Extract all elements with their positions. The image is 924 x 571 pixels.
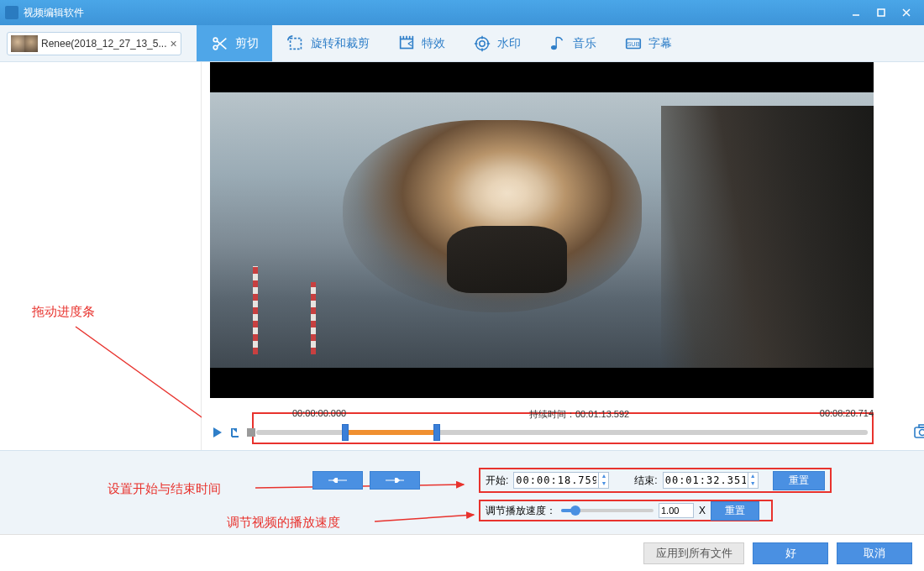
file-name: Renee(2018_12_27_13_5... [41,38,166,50]
timeline-duration: 持续时间：00:01:13.592 [529,408,629,421]
speed-slider-thumb[interactable] [570,506,580,516]
file-thumbnail [11,35,38,52]
spin-up-icon[interactable]: ▲ [748,473,758,480]
svg-rect-1 [878,9,885,16]
tab-label: 音乐 [573,36,596,51]
tab-label: 剪切 [235,36,259,51]
video-frame [210,92,874,368]
footer: 应用到所有文件 好 取消 [0,534,924,571]
svg-marker-26 [213,427,222,437]
annotation-drag: 拖动进度条 [32,304,95,320]
svg-line-36 [375,515,474,521]
svg-rect-41 [395,478,397,483]
tab-watermark[interactable]: 水印 [459,25,534,61]
set-end-button[interactable] [370,471,420,490]
set-start-button[interactable] [312,471,363,490]
speed-slider[interactable] [561,509,654,512]
spin-up-icon[interactable]: ▲ [598,473,608,480]
speed-row: 调节播放速度： X 重置 [479,500,773,521]
start-label: 开始: [486,474,508,488]
speed-label: 调节播放速度： [486,504,556,518]
svg-text:SUB: SUB [627,39,639,47]
svg-point-30 [920,430,925,436]
svg-marker-42 [397,478,400,483]
file-close-icon[interactable]: × [170,37,176,50]
tab-music[interactable]: 音乐 [534,25,610,61]
file-tab[interactable]: Renee(2018_12_27_13_5... × [7,32,181,55]
tab-rotate-crop[interactable]: 旋转和裁剪 [272,25,383,61]
tab-label: 旋转和裁剪 [311,36,370,51]
svg-point-16 [479,40,484,45]
svg-point-4 [213,38,218,42]
tab-effects[interactable]: 特效 [383,25,459,61]
spin-down-icon[interactable]: ▼ [748,480,758,488]
svg-rect-9 [400,39,412,48]
tool-tabs: 剪切 旋转和裁剪 特效 水印 音乐 SUB 字幕 [197,25,685,61]
svg-line-25 [76,327,210,423]
timeline-start-time: 00:00:00.000 [292,408,346,418]
app-icon [5,6,18,19]
toolbar: Renee(2018_12_27_13_5... × 剪切 旋转和裁剪 特效 水… [0,25,924,62]
tab-label: 字幕 [648,36,672,51]
svg-point-21 [551,45,556,49]
snapshot-button[interactable] [914,423,924,440]
play-button[interactable] [210,425,225,440]
svg-marker-39 [333,478,335,483]
music-icon [548,34,568,54]
tab-subtitle[interactable]: SUB 字幕 [610,25,685,61]
timeline-selection [342,430,433,435]
svg-rect-31 [919,425,924,427]
subtitle-icon: SUB [623,34,643,54]
start-end-row: 开始: ▲▼ 结束: ▲▼ 重置 [479,468,832,493]
tab-label: 特效 [422,36,445,51]
title-bar: 视频编辑软件 [0,0,924,25]
svg-point-15 [475,37,488,50]
minimize-button[interactable] [843,4,869,21]
maximize-button[interactable] [869,4,894,21]
ok-button[interactable]: 好 [753,542,828,564]
timeline-end-handle[interactable] [433,424,440,441]
sidebar: 拖动进度条 [0,62,202,487]
rotate-crop-icon [286,34,306,54]
end-time-field[interactable] [664,474,748,486]
content: 00:00:00.000 持续时间：00:01:13.592 00:08:20.… [202,62,924,487]
controls-panel: 设置开始与结束时间 调节视频的播放速度 开始: ▲▼ 结束: ▲▼ 重置 调节播… [0,450,924,534]
watermark-icon [472,34,492,54]
timeline-total-time: 00:08:20.714 [820,408,874,418]
end-label: 结束: [634,474,657,488]
reset-speed-button[interactable]: 重置 [711,501,759,521]
svg-rect-38 [335,478,338,483]
start-time-field[interactable] [514,474,598,486]
scissors-icon [210,34,230,54]
apply-all-button[interactable]: 应用到所有文件 [643,542,744,564]
goto-start-button[interactable] [227,425,242,440]
start-time-input[interactable]: ▲▼ [513,472,609,489]
annotation-settime: 设置开始与结束时间 [108,481,221,497]
tab-cut[interactable]: 剪切 [197,25,272,61]
annotation-speed: 调节视频的播放速度 [227,515,340,531]
close-button[interactable] [894,4,919,21]
video-preview[interactable] [210,62,874,398]
reset-time-button[interactable]: 重置 [773,471,825,490]
speed-unit: X [699,505,706,516]
svg-rect-28 [247,428,255,437]
effects-icon [396,34,417,54]
spin-down-icon[interactable]: ▼ [598,480,608,488]
svg-point-5 [213,45,218,50]
svg-rect-8 [290,38,301,49]
app-title: 视频编辑软件 [24,6,843,20]
speed-value-input[interactable] [659,503,694,518]
tab-label: 水印 [497,36,521,51]
timeline-start-handle[interactable] [342,424,349,441]
end-time-input[interactable]: ▲▼ [663,472,759,489]
cancel-button[interactable]: 取消 [837,542,912,564]
timeline-track[interactable] [256,430,868,435]
